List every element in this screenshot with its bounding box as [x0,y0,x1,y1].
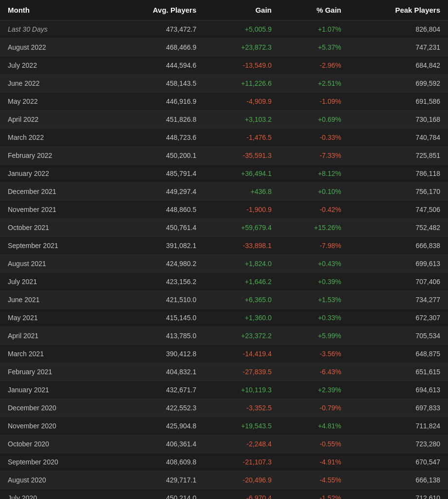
cell-month: April 2021 [0,327,108,345]
table-row: August 2021 424,980.2 +1,824.0 +0.43% 69… [0,255,448,273]
cell-avg-players: 413,785.0 [108,327,204,345]
cell-gain: +1,824.0 [204,255,279,273]
table-row: May 2021 415,145.0 +1,360.0 +0.33% 672,3… [0,309,448,327]
cell-month: August 2020 [0,471,108,489]
cell-gain: +11,226.6 [204,75,279,93]
cell-avg-players: 424,980.2 [108,255,204,273]
cell-gain: +3,103.2 [204,111,279,129]
header-pct-gain: % Gain [280,0,349,20]
cell-gain: -1,900.9 [204,201,279,219]
cell-avg-players: 404,832.1 [108,363,204,381]
cell-peak-players: 684,842 [349,57,448,75]
cell-month: June 2021 [0,291,108,309]
cell-peak-players: 666,138 [349,471,448,489]
table-row: January 2022 485,791.4 +36,494.1 +8.12% … [0,165,448,183]
cell-month: June 2022 [0,75,108,93]
cell-pct-gain: +4.81% [280,417,349,435]
cell-avg-players: 450,200.1 [108,147,204,165]
cell-peak-players: 725,851 [349,147,448,165]
cell-avg-players: 448,723.6 [108,129,204,147]
cell-avg-players: 406,361.4 [108,435,204,453]
cell-month: August 2022 [0,38,108,57]
cell-gain: +436.8 [204,183,279,201]
cell-peak-players: 705,534 [349,327,448,345]
cell-pct-gain: -1.52% [280,489,349,499]
cell-gain: -6,970.4 [204,489,279,499]
cell-month: December 2021 [0,183,108,201]
cell-gain: +23,872.3 [204,38,279,57]
cell-avg-players: 473,472.7 [108,20,204,38]
cell-pct-gain: -6.43% [280,363,349,381]
cell-pct-gain: -7.98% [280,237,349,255]
cell-month: April 2022 [0,111,108,129]
cell-month: July 2021 [0,273,108,291]
cell-month: September 2020 [0,453,108,471]
cell-pct-gain: +8.12% [280,165,349,183]
cell-avg-players: 423,156.2 [108,273,204,291]
table-row: August 2020 429,717.1 -20,496.9 -4.55% 6… [0,471,448,489]
cell-gain: -2,248.4 [204,435,279,453]
cell-peak-players: 707,406 [349,273,448,291]
cell-peak-players: 747,231 [349,38,448,57]
cell-gain: +6,365.0 [204,291,279,309]
cell-avg-players: 422,552.3 [108,399,204,417]
cell-gain: -27,839.5 [204,363,279,381]
cell-peak-players: 666,838 [349,237,448,255]
cell-avg-players: 432,671.7 [108,381,204,399]
table-row: June 2022 458,143.5 +11,226.6 +2.51% 699… [0,75,448,93]
cell-avg-players: 421,510.0 [108,291,204,309]
cell-pct-gain: +1.53% [280,291,349,309]
cell-pct-gain: -2.96% [280,57,349,75]
table-row: October 2021 450,761.4 +59,679.4 +15.26%… [0,219,448,237]
cell-peak-players: 694,613 [349,381,448,399]
cell-gain: +10,119.3 [204,381,279,399]
table-row: September 2021 391,082.1 -33,898.1 -7.98… [0,237,448,255]
cell-gain: +1,360.0 [204,309,279,327]
cell-pct-gain: +0.10% [280,183,349,201]
table-row: November 2020 425,904.8 +19,543.5 +4.81%… [0,417,448,435]
cell-pct-gain: +0.43% [280,255,349,273]
cell-peak-players: 730,168 [349,111,448,129]
cell-month: February 2022 [0,147,108,165]
cell-month: March 2021 [0,345,108,363]
table-row: February 2022 450,200.1 -35,591.3 -7.33%… [0,147,448,165]
cell-pct-gain: +5.37% [280,38,349,57]
cell-pct-gain: +1.07% [280,20,349,38]
table-row: July 2022 444,594.6 -13,549.0 -2.96% 684… [0,57,448,75]
cell-peak-players: 691,586 [349,93,448,111]
table-row: March 2022 448,723.6 -1,476.5 -0.33% 740… [0,129,448,147]
cell-pct-gain: +5.99% [280,327,349,345]
cell-month: September 2021 [0,237,108,255]
cell-gain: -1,476.5 [204,129,279,147]
cell-peak-players: 747,506 [349,201,448,219]
header-peak-players: Peak Players [349,0,448,20]
table-row: August 2022 468,466.9 +23,872.3 +5.37% 7… [0,38,448,57]
cell-peak-players: 734,277 [349,291,448,309]
table-row: May 2022 446,916.9 -4,909.9 -1.09% 691,5… [0,93,448,111]
header-gain: Gain [204,0,279,20]
cell-peak-players: 648,875 [349,345,448,363]
cell-month: July 2020 [0,489,108,499]
cell-gain: +19,543.5 [204,417,279,435]
cell-pct-gain: +0.33% [280,309,349,327]
cell-month: July 2022 [0,57,108,75]
cell-pct-gain: +2.51% [280,75,349,93]
table-row: July 2020 450,214.0 -6,970.4 -1.52% 712,… [0,489,448,499]
cell-month: October 2021 [0,219,108,237]
cell-gain: +59,679.4 [204,219,279,237]
cell-month: February 2021 [0,363,108,381]
cell-gain: +23,372.2 [204,327,279,345]
cell-avg-players: 451,826.8 [108,111,204,129]
cell-peak-players: 756,170 [349,183,448,201]
table-row: March 2021 390,412.8 -14,419.4 -3.56% 64… [0,345,448,363]
cell-gain: -4,909.9 [204,93,279,111]
cell-avg-players: 425,904.8 [108,417,204,435]
table-row: April 2022 451,826.8 +3,103.2 +0.69% 730… [0,111,448,129]
cell-pct-gain: +0.39% [280,273,349,291]
table-row: December 2021 449,297.4 +436.8 +0.10% 75… [0,183,448,201]
cell-month: January 2021 [0,381,108,399]
table-row: July 2021 423,156.2 +1,646.2 +0.39% 707,… [0,273,448,291]
players-table: Month Avg. Players Gain % Gain Peak Play… [0,0,448,499]
header-month: Month [0,0,108,20]
cell-avg-players: 446,916.9 [108,93,204,111]
